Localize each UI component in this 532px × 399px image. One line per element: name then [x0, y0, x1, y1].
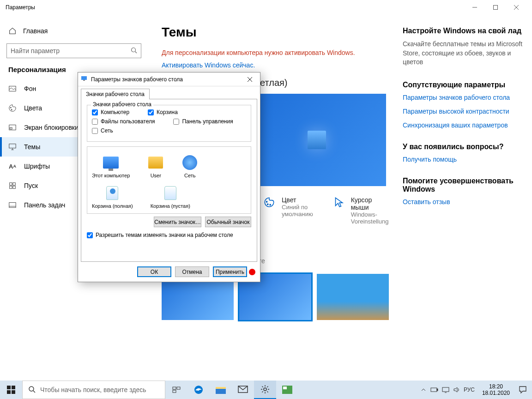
tray-language[interactable]: РУС [464, 387, 475, 393]
close-button[interactable] [506, 0, 526, 14]
option-sub: Windows-Voreinstellung [351, 211, 390, 225]
svg-point-4 [132, 48, 136, 52]
taskbar-clock[interactable]: 18:20 18.01.2020 [478, 383, 514, 397]
svg-rect-16 [9, 203, 16, 208]
page-title: Темы [162, 25, 389, 40]
icon-recycle-empty[interactable]: Корзина (пустая) [151, 185, 190, 209]
desktop-icons-dialog: Параметры значков рабочего стола Значки … [78, 72, 260, 282]
rp-question-heading: У вас появились вопросы? [403, 143, 524, 151]
svg-rect-41 [431, 388, 437, 392]
annotation-dot [249, 269, 255, 275]
lock-screen-icon [8, 123, 17, 132]
tab-desktop-icons[interactable]: Значки рабочего стола [81, 89, 150, 99]
svg-rect-40 [283, 387, 287, 389]
sidebar-item-label: Панель задач [24, 201, 65, 209]
checkbox-label: Сеть [101, 127, 113, 134]
svg-point-38 [264, 388, 266, 391]
task-view-button[interactable] [165, 381, 187, 399]
current-theme-label: (светлая) [248, 78, 389, 88]
action-center-button[interactable] [514, 381, 532, 399]
svg-rect-14 [10, 186, 12, 188]
checkbox-userfiles[interactable]: Файлы пользователя [92, 118, 155, 125]
icon-recycle-full[interactable]: Корзина (полная) [92, 185, 133, 209]
link-sync[interactable]: Синхронизация ваших параметров [403, 121, 524, 129]
icon-user[interactable]: User [147, 154, 164, 178]
icon-preview-box: Этот компьютер User Сеть Корзина (полная… [87, 146, 251, 214]
maximize-button[interactable] [485, 0, 506, 14]
minimize-button[interactable] [464, 0, 485, 14]
activation-link[interactable]: Активировать Windows сейчас. [162, 61, 255, 69]
start-button[interactable] [0, 381, 22, 399]
svg-rect-27 [7, 390, 11, 394]
window-title: Параметры [6, 4, 35, 11]
dialog-titlebar[interactable]: Параметры значков рабочего стола [78, 73, 260, 86]
sidebar-search[interactable]: Найти параметр [6, 43, 141, 58]
link-feedback[interactable]: Оставить отзыв [403, 198, 524, 206]
tray-network-icon[interactable] [441, 386, 450, 394]
svg-rect-26 [12, 386, 15, 389]
svg-rect-43 [442, 387, 449, 392]
taskbar-search[interactable]: Чтобы начать поиск, введите здесь [22, 381, 165, 399]
rp-related-heading: Сопутствующие параметры [403, 81, 524, 89]
allow-themes-checkbox[interactable]: Разрешить темам изменять значки на рабоч… [87, 232, 251, 238]
checkbox-recycle[interactable]: Корзина [148, 109, 178, 115]
icon-label: User [151, 173, 161, 178]
link-high-contrast[interactable]: Параметры высокой контрастности [403, 108, 524, 115]
default-icon-button[interactable]: Обычный значок [205, 217, 251, 227]
icon-network[interactable]: Сеть [181, 154, 198, 178]
group-legend: Значки рабочего стола [91, 101, 153, 108]
fonts-icon: AA [8, 162, 17, 170]
svg-rect-22 [83, 80, 85, 81]
link-get-help[interactable]: Получить помощь [403, 156, 524, 163]
sidebar-home[interactable]: Главная [0, 22, 148, 40]
mail-icon[interactable] [232, 381, 254, 399]
sidebar-item-label: Пуск [24, 182, 38, 189]
svg-rect-21 [81, 76, 87, 80]
change-icon-button[interactable]: Сменить значок… [154, 217, 201, 227]
search-icon [131, 47, 137, 55]
themes-icon [8, 143, 17, 151]
sidebar-item-label: Цвета [24, 104, 42, 112]
tray-battery-icon[interactable] [430, 386, 439, 394]
edge-icon[interactable] [187, 381, 210, 399]
theme-option-cursor[interactable]: Курсор мыши Windows-Voreinstellung [332, 196, 390, 225]
taskbar: Чтобы начать поиск, введите здесь РУС 18… [0, 381, 532, 399]
checkbox-computer[interactable]: Компьютер [92, 109, 129, 115]
explorer-icon[interactable] [210, 381, 232, 399]
theme-thumb[interactable] [317, 274, 389, 320]
theme-option-color[interactable]: Цвет Синий по умолчанию [263, 196, 314, 225]
svg-point-7 [11, 107, 12, 108]
right-panel: Настройте Windows на свой лад Скачайте б… [403, 15, 532, 381]
apply-button[interactable]: Применить [213, 266, 247, 277]
tray-chevron-icon[interactable] [419, 386, 428, 394]
activation-warning: Для персонализации компьютера нужно акти… [162, 49, 389, 56]
sidebar-item-label: Темы [24, 143, 40, 151]
checkbox-controlpanel[interactable]: Панель управления [173, 118, 233, 125]
palette-icon [263, 196, 275, 209]
svg-rect-13 [13, 183, 15, 185]
ok-button[interactable]: ОК [137, 266, 171, 277]
tray-volume-icon[interactable] [453, 386, 461, 394]
link-desktop-icons[interactable]: Параметры значков рабочего стола [403, 94, 524, 101]
cursor-icon [332, 196, 345, 209]
sidebar-item-label: Экран блокировки [24, 124, 79, 131]
svg-rect-31 [173, 387, 176, 389]
clock-time: 18:20 [482, 383, 510, 390]
desktop-icons-group: Значки рабочего стола Компьютер Корзина … [87, 105, 251, 142]
cancel-button[interactable]: Отмена [175, 266, 209, 277]
svg-rect-28 [12, 390, 15, 394]
system-tray: РУС [416, 386, 478, 394]
svg-rect-15 [13, 186, 15, 188]
dialog-body: Значки рабочего стола Компьютер Корзина … [81, 99, 257, 262]
option-title: Цвет [282, 196, 314, 204]
icon-this-pc[interactable]: Этот компьютер [92, 154, 130, 178]
icon-label: Этот компьютер [92, 173, 130, 178]
search-icon [28, 386, 36, 394]
start-menu-icon [8, 181, 17, 190]
svg-rect-32 [177, 387, 180, 389]
checkbox-network[interactable]: Сеть [92, 127, 113, 134]
dialog-tabs: Значки рабочего стола [78, 86, 260, 99]
settings-taskbar-icon[interactable] [254, 381, 276, 399]
dialog-close-button[interactable] [242, 74, 257, 85]
app-taskbar-icon[interactable] [276, 381, 298, 399]
